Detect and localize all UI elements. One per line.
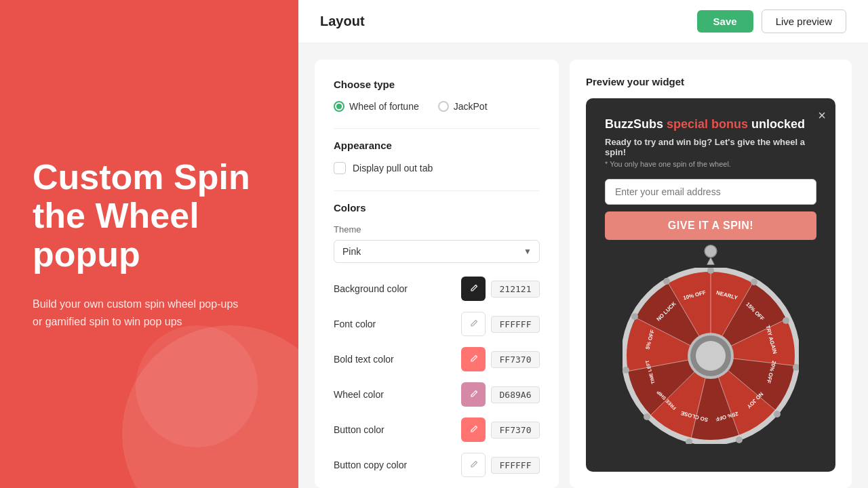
eyedropper-icon [469, 354, 478, 364]
button-copy-color-swatch[interactable] [461, 453, 486, 477]
wheel-svg: 5% OFF NO LUCK 10% OFF NEARLY 15% OFF TR… [623, 268, 799, 444]
radio-wheel-of-fortune[interactable]: Wheel of fortune [334, 101, 419, 112]
button-color-value: FF7370 [491, 422, 540, 439]
font-color-value: FFFFFF [491, 316, 540, 333]
button-color-swatch[interactable] [461, 418, 486, 442]
top-bar-actions: Save Live preview [697, 9, 846, 33]
svg-point-0 [705, 245, 717, 258]
svg-point-40 [663, 278, 670, 285]
display-pullout-group: Display pull out tab [334, 162, 540, 174]
headline-end: unlocked [748, 117, 805, 131]
wheel-color-row: Wheel color D689A6 [334, 382, 540, 407]
button-color-label: Button color [334, 424, 384, 435]
svg-point-32 [783, 317, 789, 324]
eyedropper-icon [469, 284, 478, 293]
svg-point-37 [644, 413, 650, 420]
choose-type-section: Choose type Wheel of fortune JackPot [334, 79, 540, 112]
button-copy-color-row: Button copy color FFFFFF [334, 453, 540, 477]
divider-1 [334, 128, 540, 129]
appearance-label: Appearance [334, 140, 540, 151]
svg-point-17 [696, 341, 726, 371]
button-color-row: Button color FF7370 [334, 418, 540, 442]
live-preview-button[interactable]: Live preview [762, 9, 846, 33]
right-panel: Layout Save Live preview Choose type Whe… [298, 0, 868, 488]
eyedropper-icon [469, 390, 478, 399]
headline-special: special bonus [667, 117, 748, 131]
left-panel: Custom Spin the Wheel popup Build your o… [0, 0, 298, 488]
widget-note: * You only have one spin of the wheel. [605, 160, 816, 168]
colors-label: Colors [334, 202, 540, 214]
font-color-swatch[interactable] [461, 312, 486, 336]
bold-text-color-label: Bold text color [334, 354, 394, 365]
wheel-pointer [701, 243, 720, 267]
wheel-color-swatch[interactable] [461, 382, 486, 407]
svg-point-35 [736, 436, 743, 443]
bg-color-label: Background color [334, 283, 408, 294]
font-color-row: Font color FFFFFF [334, 312, 540, 336]
spin-button[interactable]: GIVE IT A SPIN! [605, 211, 816, 240]
save-button[interactable]: Save [697, 10, 753, 33]
choose-type-label: Choose type [334, 79, 540, 90]
button-color-right: FF7370 [461, 418, 540, 442]
display-pullout-label: Display pull out tab [353, 163, 433, 174]
colors-section: Colors Theme Pink Red Blue Green Custom … [334, 202, 540, 477]
radio-group: Wheel of fortune JackPot [334, 101, 540, 112]
eyedropper-icon [469, 425, 478, 434]
wheel-color-value: D689A6 [491, 386, 540, 403]
top-bar: Layout Save Live preview [298, 0, 868, 43]
theme-select-wrapper: Pink Red Blue Green Custom ▼ [334, 240, 540, 263]
bold-text-color-right: FF7370 [461, 347, 540, 371]
headline-start: BuzzSubs [605, 117, 667, 131]
svg-point-31 [751, 279, 757, 285]
preview-panel: Preview your widget × BuzzSubs special b… [570, 60, 852, 488]
eyedropper-icon [469, 319, 478, 329]
bold-text-color-swatch[interactable] [461, 347, 486, 371]
bold-text-color-value: FF7370 [491, 351, 540, 368]
left-description: Build your own custom spin wheel pop-ups… [33, 296, 250, 330]
widget-content: BuzzSubs special bonus unlocked Ready to… [586, 98, 835, 240]
main-content: Choose type Wheel of fortune JackPot App… [298, 43, 868, 488]
widget-preview: × BuzzSubs special bonus unlocked Ready … [586, 98, 835, 472]
widget-headline: BuzzSubs special bonus unlocked [605, 117, 816, 131]
wheel-container: 5% OFF NO LUCK 10% OFF NEARLY 15% OFF TR… [586, 240, 835, 472]
button-copy-color-label: Button copy color [334, 460, 407, 470]
bg-color-right: 212121 [461, 277, 540, 301]
preview-title: Preview your widget [586, 76, 835, 87]
radio-label-jackpot: JackPot [454, 101, 488, 112]
theme-label: Theme [334, 224, 540, 235]
bg-color-swatch[interactable] [461, 277, 486, 301]
divider-2 [334, 190, 540, 191]
close-icon[interactable]: × [818, 108, 826, 123]
wheel-color-label: Wheel color [334, 389, 384, 400]
radio-dot-jackpot [438, 101, 449, 112]
bg-color-value: 212121 [491, 281, 540, 298]
button-copy-color-value: FFFFFF [491, 457, 540, 474]
email-field[interactable] [605, 179, 816, 205]
button-copy-color-right: FFFFFF [461, 453, 540, 477]
radio-label-wheel: Wheel of fortune [349, 101, 419, 112]
font-color-label: Font color [334, 319, 376, 329]
theme-row: Theme Pink Red Blue Green Custom ▼ [334, 224, 540, 263]
settings-panel: Choose type Wheel of fortune JackPot App… [315, 60, 559, 488]
radio-jackpot[interactable]: JackPot [438, 101, 488, 112]
bg-color-row: Background color 212121 [334, 277, 540, 301]
display-pullout-checkbox[interactable] [334, 162, 346, 174]
svg-point-38 [623, 367, 629, 373]
appearance-section: Appearance Display pull out tab [334, 140, 540, 174]
svg-point-39 [631, 313, 638, 320]
radio-dot-wheel [334, 101, 344, 112]
bold-text-color-row: Bold text color FF7370 [334, 347, 540, 371]
svg-marker-1 [707, 258, 715, 265]
eyedropper-icon [469, 460, 478, 470]
font-color-right: FFFFFF [461, 312, 540, 336]
theme-select[interactable]: Pink Red Blue Green Custom [334, 240, 540, 263]
left-heading: Custom Spin the Wheel popup [33, 158, 266, 274]
wheel-color-right: D689A6 [461, 382, 540, 407]
svg-point-34 [774, 411, 781, 418]
widget-sub: Ready to try and win big? Let's give the… [605, 137, 816, 157]
page-title: Layout [320, 14, 365, 29]
